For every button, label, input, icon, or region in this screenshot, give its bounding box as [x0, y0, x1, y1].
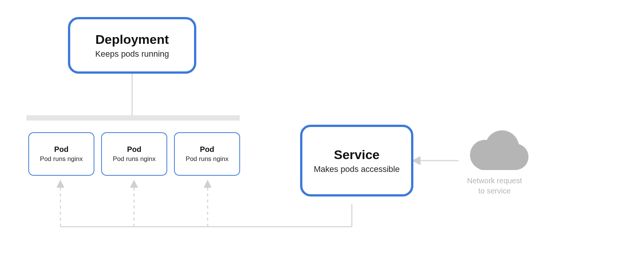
cloud-caption: Network request to service: [453, 176, 536, 196]
pod-title: Pod: [127, 145, 142, 154]
pod-node: Pod Pod runs nginx: [28, 132, 94, 176]
pod-subtitle: Pod runs nginx: [113, 155, 156, 163]
deployment-node: Deployment Keeps pods running: [68, 17, 196, 74]
pods-group-bar: [26, 115, 240, 121]
diagram-stage: Deployment Keeps pods running Pod Pod ru…: [0, 0, 644, 263]
cloud-caption-line2: to service: [478, 187, 511, 195]
service-node: Service Makes pods accessible: [300, 125, 413, 196]
service-title: Service: [334, 147, 380, 162]
pod-node: Pod Pod runs nginx: [174, 132, 240, 176]
pod-title: Pod: [200, 145, 214, 154]
svg-rect-10: [476, 155, 521, 170]
service-subtitle: Makes pods accessible: [314, 164, 399, 174]
pod-node: Pod Pod runs nginx: [101, 132, 167, 176]
cloud-icon: [461, 127, 528, 172]
pod-title: Pod: [54, 145, 69, 154]
pod-subtitle: Pod runs nginx: [40, 155, 83, 163]
cloud-caption-line1: Network request: [467, 176, 522, 185]
deployment-subtitle: Keeps pods running: [95, 49, 169, 59]
deployment-title: Deployment: [96, 32, 169, 47]
pod-subtitle: Pod runs nginx: [186, 155, 228, 163]
